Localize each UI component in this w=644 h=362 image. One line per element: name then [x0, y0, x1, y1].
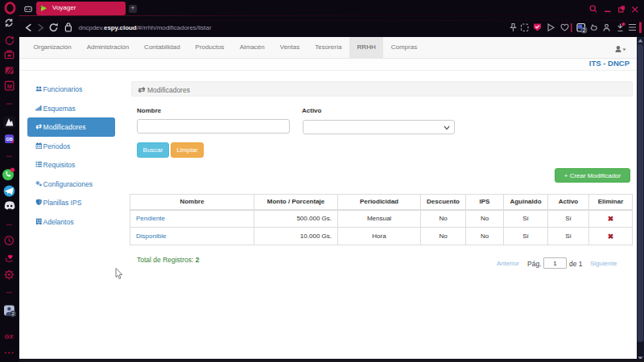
svg-text:2: 2: [583, 27, 586, 33]
svg-text:2: 2: [11, 311, 14, 316]
svg-text:GB: GB: [6, 137, 12, 142]
svg-text:M: M: [7, 84, 12, 89]
svg-text:GX: GX: [5, 333, 14, 340]
